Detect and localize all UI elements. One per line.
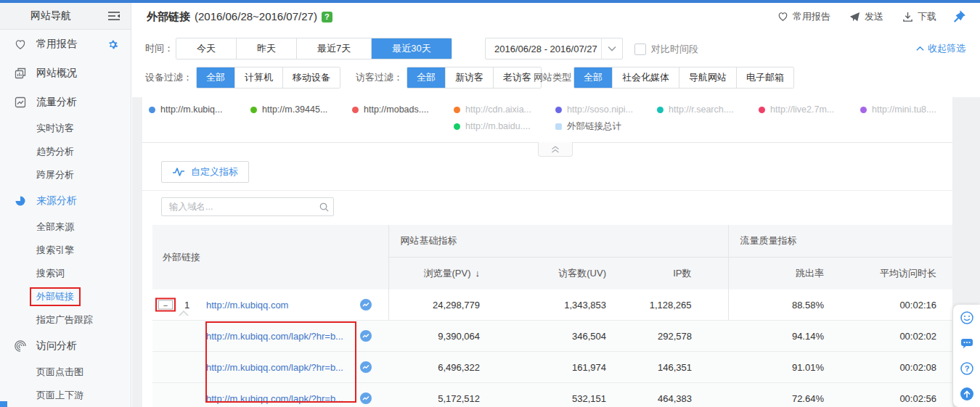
visitor-option-new[interactable]: 新访客 (445, 67, 493, 88)
legend-label: http://m.39445... (262, 104, 327, 115)
external-link-url[interactable]: http://m.kubiqq.com/lapk/?hr=b... (206, 362, 343, 373)
trend-chart-icon[interactable] (360, 392, 372, 404)
cell-pv: 24,298,779 (388, 289, 497, 321)
filter-panel: 时间： 今天 昨天 最近7天 最近30天 2016/06/28 - 2016/0… (132, 30, 980, 100)
external-link-url[interactable]: http://m.kubiqq.com/lapk/?hr=b... (206, 331, 343, 342)
table-row-sub: http://m.kubiqq.com/lapk/?hr=b... 6,496,… (152, 352, 952, 383)
feedback-chat-icon[interactable] (960, 336, 974, 350)
time-option-last30days[interactable]: 最近30天 (371, 38, 451, 59)
trend-chart-icon[interactable] (360, 330, 372, 342)
legend-item[interactable]: http://soso.nipi... (555, 102, 633, 117)
trend-chart-icon[interactable] (360, 299, 372, 311)
legend-dot-icon (454, 123, 460, 130)
custom-metrics-button[interactable]: 自定义指标 (161, 161, 249, 183)
time-option-yesterday[interactable]: 昨天 (236, 38, 296, 59)
favorite-report-button[interactable]: 常用报告 (777, 10, 830, 23)
legend-label: http://cdn.aixia... (465, 104, 531, 115)
help-badge[interactable]: ? (322, 12, 332, 22)
column-header-bounce-rate: 跳出率 (728, 258, 835, 290)
support-smiley-icon[interactable] (960, 311, 974, 325)
sidebar-title: 网站导航 (30, 9, 71, 22)
date-range-value: 2016/06/28 - 2016/07/27 (486, 44, 601, 54)
collapse-filters-label: 收起筛选 (928, 42, 965, 55)
external-links-table: 外部链接 网站基础指标 流量质量指标 浏览量(PV)↓ 访客数(UV) IP数 … (152, 225, 952, 407)
sidebar-item-search-terms[interactable]: 搜索词 (0, 262, 131, 285)
column-header-external-link: 外部链接 (152, 225, 388, 289)
help-question-icon[interactable]: ? (960, 361, 974, 376)
legend-item[interactable]: http://m.39445... (250, 102, 327, 117)
pin-icon[interactable] (951, 9, 967, 25)
site-type-option-social[interactable]: 社会化媒体 (612, 67, 679, 88)
sidebar-item-traffic-analysis[interactable]: 流量分析 (0, 88, 131, 117)
sidebar-item-site-overview[interactable]: 网站概况 (0, 59, 131, 88)
legend-dot-icon (555, 107, 562, 113)
sidebar-item-visit-analysis[interactable]: 访问分析 (0, 332, 131, 361)
sidebar-item-realtime-visitors[interactable]: 实时访客 (0, 117, 131, 140)
legend-item[interactable]: http://mobads.... (352, 102, 429, 117)
legend-dot-icon (454, 107, 460, 113)
legend-item[interactable]: http://mini.tu8.... (860, 102, 936, 117)
sidebar-item-page-flow[interactable]: 页面上下游 (0, 384, 131, 407)
legend-label: http://m.kubiq... (160, 104, 222, 115)
download-button[interactable]: 下载 (902, 10, 936, 23)
site-type-filter-group: 全部 社会化媒体 导航网站 电子邮箱 (573, 67, 794, 89)
svg-text:?: ? (964, 364, 969, 373)
device-option-all[interactable]: 全部 (197, 67, 234, 88)
chart-collapse-tab[interactable] (538, 142, 573, 157)
heart-icon (777, 12, 788, 22)
cell-bounce-rate: 72.64% (728, 383, 835, 407)
search-icon[interactable] (314, 202, 333, 213)
cell-uv: 346,504 (497, 321, 621, 352)
pie-chart-icon (15, 195, 27, 207)
sidebar-collapse-icon[interactable] (107, 11, 121, 21)
legend-item[interactable]: http://live2.7m... (759, 102, 834, 117)
sidebar-item-ad-tracking[interactable]: 指定广告跟踪 (0, 308, 131, 332)
divider (142, 190, 952, 191)
sidebar-item-source-analysis[interactable]: 来源分析 (0, 186, 131, 215)
legend-item[interactable]: http://cdn.aixia... (454, 102, 531, 117)
back-to-top-icon[interactable] (960, 387, 974, 401)
sidebar-item-favorite-reports[interactable]: 常用报告 (0, 30, 131, 59)
compare-period-checkbox[interactable]: 对比时间段 (634, 43, 698, 56)
time-option-today[interactable]: 今天 (176, 38, 236, 59)
site-type-option-all[interactable]: 全部 (574, 67, 612, 88)
annotation-box-sidebar: 外部链接 (30, 287, 81, 306)
trend-chart-icon[interactable] (360, 361, 372, 373)
domain-search-input[interactable] (162, 202, 314, 212)
cell-avg-duration: 00:02:08 (835, 352, 952, 383)
visitor-filter-group: 全部 新访客 老访客 (407, 67, 542, 89)
pages-icon (15, 67, 27, 80)
download-label: 下载 (918, 10, 936, 23)
time-option-last7days[interactable]: 最近7天 (296, 38, 371, 59)
collapse-row-button[interactable]: − (158, 300, 173, 310)
table-row-sub: http://m.kubiqq.com/lapk/?hr=b... 9,390,… (152, 321, 952, 352)
date-range-picker[interactable]: 2016/06/28 - 2016/07/27 (485, 38, 623, 59)
collapse-filters-button[interactable]: 收起筛选 (916, 42, 965, 55)
favorite-report-label: 常用报告 (793, 10, 830, 23)
sidebar-item-page-click-map[interactable]: 页面点击图 (0, 361, 131, 384)
device-option-mobile[interactable]: 移动设备 (282, 67, 340, 88)
sidebar-item-search-engines[interactable]: 搜索引擎 (0, 239, 131, 262)
send-button[interactable]: 发送 (849, 10, 883, 23)
visitor-option-all[interactable]: 全部 (407, 67, 445, 88)
sidebar-item-external-links[interactable]: 外部链接 (0, 285, 131, 308)
expander-caret (179, 311, 189, 316)
legend-item[interactable]: http://r.search.... (657, 102, 734, 117)
sidebar-item-cross-screen[interactable]: 跨屏分析 (0, 163, 131, 186)
legend-item[interactable]: http://m.kubiq... (149, 102, 222, 117)
device-option-computer[interactable]: 计算机 (234, 67, 282, 88)
sidebar-item-label: 搜索词 (36, 267, 65, 280)
sort-desc-icon[interactable]: ↓ (475, 268, 481, 279)
sidebar-item-trend-analysis[interactable]: 趋势分析 (0, 140, 131, 163)
external-link-url[interactable]: http://m.kubiqq.com (206, 300, 288, 311)
legend-item[interactable]: http://m.baidu.... (454, 119, 531, 133)
sidebar-item-all-sources[interactable]: 全部来源 (0, 215, 131, 239)
legend-item-total[interactable]: 外部链接总计 (555, 119, 621, 133)
external-link-url[interactable]: http://m.kubiqq.com/lapk/?hr=b... (206, 393, 343, 404)
ripple-icon (15, 340, 27, 353)
double-chevron-up-icon (550, 145, 560, 154)
gear-icon[interactable] (107, 38, 119, 51)
paper-plane-icon (849, 12, 860, 22)
site-type-option-nav[interactable]: 导航网站 (679, 67, 736, 88)
site-type-option-email[interactable]: 电子邮箱 (736, 67, 793, 88)
